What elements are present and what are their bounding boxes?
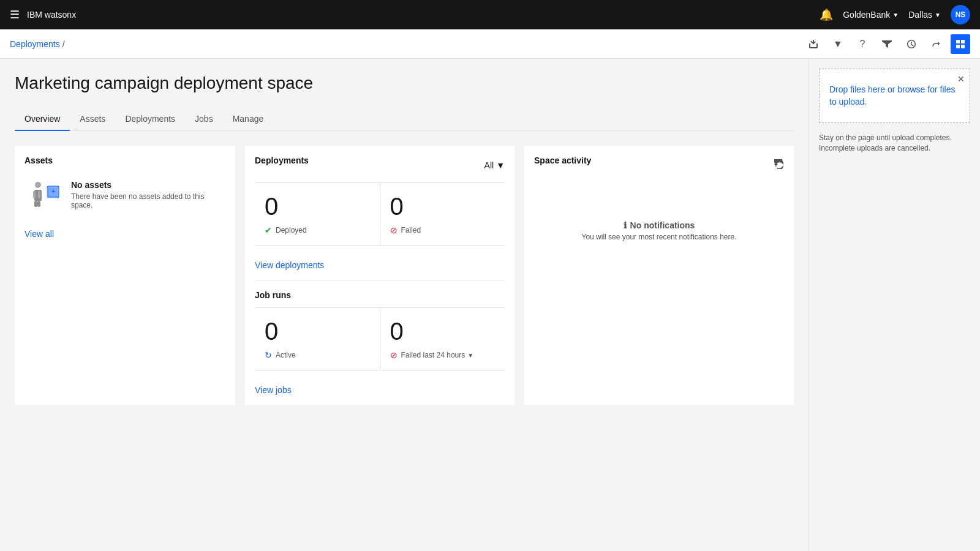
upload-note: Stay on the page until upload completes.… — [819, 133, 970, 154]
upload-area: ✕ Drop files here or browse for files to… — [819, 69, 970, 123]
failed-label-text: Failed — [401, 226, 421, 234]
job-runs-metrics-row: 0 ↻ Active 0 ⊘ Failed last 24 ho — [255, 307, 505, 370]
job-runs-title: Job runs — [255, 290, 505, 300]
info-icon: ℹ — [624, 220, 627, 230]
svg-rect-0 — [956, 40, 960, 43]
content-area: Marketing campaign deployment space Over… — [0, 59, 809, 551]
assets-empty-state: + No assets There have been no assets ad… — [24, 175, 225, 214]
export-caret-icon[interactable]: ▼ — [828, 34, 848, 54]
history-icon[interactable] — [902, 34, 921, 54]
job-failed-label: ⊘ Failed last 24 hours ▼ — [390, 350, 496, 360]
space-activity-card: Space activity ℹ No notifications You wi… — [524, 146, 794, 405]
menu-icon[interactable]: ☰ — [10, 8, 20, 21]
tab-overview[interactable]: Overview — [15, 108, 70, 131]
view-jobs-link[interactable]: View jobs — [255, 378, 292, 395]
account-selector[interactable]: GoldenBank ▼ — [843, 10, 899, 20]
tab-assets[interactable]: Assets — [70, 108, 115, 131]
breadcrumb-deployments-link[interactable]: Deployments — [10, 39, 60, 49]
overview-grid: Assets — [15, 146, 794, 405]
job-runs-section: Job runs 0 ↻ Active 0 — [255, 280, 505, 395]
deployments-filter-caret-icon: ▼ — [496, 160, 505, 170]
deployed-count: 0 — [265, 193, 370, 220]
assets-empty-title: No assets — [71, 180, 225, 190]
deployed-label: ✔ Deployed — [265, 225, 370, 235]
brand-name: IBM watsonx — [27, 10, 76, 20]
upload-text[interactable]: Drop files here or browse for files to u… — [829, 84, 960, 108]
sub-navigation: Deployments / ▼ ? — [0, 29, 980, 59]
deployments-section-title: Deployments — [255, 156, 309, 165]
region-caret-icon: ▼ — [935, 12, 941, 18]
breadcrumb-separator: / — [62, 39, 65, 49]
tabs: Overview Assets Deployments Jobs Manage — [15, 108, 794, 131]
active-status-icon: ↻ — [265, 350, 272, 360]
avatar[interactable]: NS — [951, 5, 970, 24]
svg-rect-2 — [956, 45, 960, 48]
svg-text:+: + — [51, 188, 55, 195]
failed-count: 0 — [390, 193, 496, 220]
refresh-icon[interactable] — [774, 159, 784, 171]
apps-icon[interactable] — [951, 34, 970, 54]
deployed-label-text: Deployed — [276, 226, 307, 234]
active-metric: 0 ↻ Active — [255, 308, 380, 370]
share-icon[interactable] — [926, 34, 946, 54]
svg-rect-6 — [33, 191, 36, 198]
tab-deployments[interactable]: Deployments — [115, 108, 185, 131]
export-icon[interactable] — [804, 34, 823, 54]
region-selector[interactable]: Dallas ▼ — [908, 10, 941, 20]
assets-empty-subtitle: There have been no assets added to this … — [71, 192, 225, 209]
account-name: GoldenBank — [843, 10, 890, 20]
active-count: 0 — [265, 318, 370, 345]
failed-label: ⊘ Failed — [390, 225, 496, 235]
assets-empty-text: No assets There have been no assets adde… — [71, 180, 225, 209]
main-layout: Marketing campaign deployment space Over… — [0, 59, 980, 551]
sub-nav-actions: ▼ ? — [804, 34, 970, 54]
no-notif-subtitle: You will see your most recent notificati… — [581, 233, 736, 241]
account-caret-icon: ▼ — [892, 12, 899, 18]
no-notifications-state: ℹ No notifications You will see your mos… — [534, 185, 784, 277]
svg-rect-7 — [38, 191, 40, 198]
failed-metric: 0 ⊘ Failed — [380, 183, 505, 245]
svg-rect-1 — [961, 40, 965, 43]
failed-last-24h-dropdown[interactable]: Failed last 24 hours ▼ — [401, 351, 474, 359]
space-activity-title: Space activity — [534, 156, 591, 165]
help-icon[interactable]: ? — [853, 34, 872, 54]
space-activity-header: Space activity — [534, 156, 784, 175]
active-label-text: Active — [276, 351, 296, 359]
tab-manage[interactable]: Manage — [223, 108, 274, 131]
notification-icon[interactable]: 🔔 — [820, 8, 833, 21]
breadcrumb: Deployments / — [10, 39, 65, 49]
svg-rect-9 — [37, 201, 40, 207]
job-failed-count: 0 — [390, 318, 496, 345]
svg-rect-3 — [961, 45, 965, 48]
assets-view-all-link[interactable]: View all — [24, 229, 54, 239]
assets-card: Assets — [15, 146, 235, 405]
assets-illustration: + — [24, 175, 64, 214]
deployed-status-icon: ✔ — [265, 225, 272, 235]
svg-point-4 — [35, 182, 41, 188]
deployments-card: Deployments All ▼ 0 ✔ Deployed — [245, 146, 514, 405]
filter-icon[interactable] — [877, 34, 897, 54]
deployments-metrics-row: 0 ✔ Deployed 0 ⊘ Failed — [255, 182, 505, 245]
failed-status-icon: ⊘ — [390, 225, 398, 235]
failed-caret-icon: ▼ — [467, 352, 473, 359]
page-title: Marketing campaign deployment space — [15, 73, 794, 93]
upload-close-icon[interactable]: ✕ — [957, 74, 965, 84]
tab-jobs[interactable]: Jobs — [185, 108, 223, 131]
view-deployments-link[interactable]: View deployments — [255, 253, 324, 270]
active-label: ↻ Active — [265, 350, 370, 360]
assets-section-title: Assets — [24, 156, 225, 165]
deployments-filter-label: All — [484, 160, 494, 170]
job-failed-status-icon: ⊘ — [390, 350, 398, 360]
job-failed-metric: 0 ⊘ Failed last 24 hours ▼ — [380, 308, 505, 370]
deployments-header: Deployments All ▼ — [255, 156, 505, 175]
right-panel: ✕ Drop files here or browse for files to… — [809, 59, 980, 551]
no-notif-title: ℹ No notifications — [624, 220, 695, 230]
deployed-metric: 0 ✔ Deployed — [255, 183, 380, 245]
svg-rect-8 — [34, 201, 37, 207]
top-navigation: ☰ IBM watsonx 🔔 GoldenBank ▼ Dallas ▼ NS — [0, 0, 980, 29]
region-name: Dallas — [908, 10, 932, 20]
job-failed-label-text: Failed last 24 hours — [401, 351, 466, 359]
deployments-filter[interactable]: All ▼ — [484, 160, 505, 170]
